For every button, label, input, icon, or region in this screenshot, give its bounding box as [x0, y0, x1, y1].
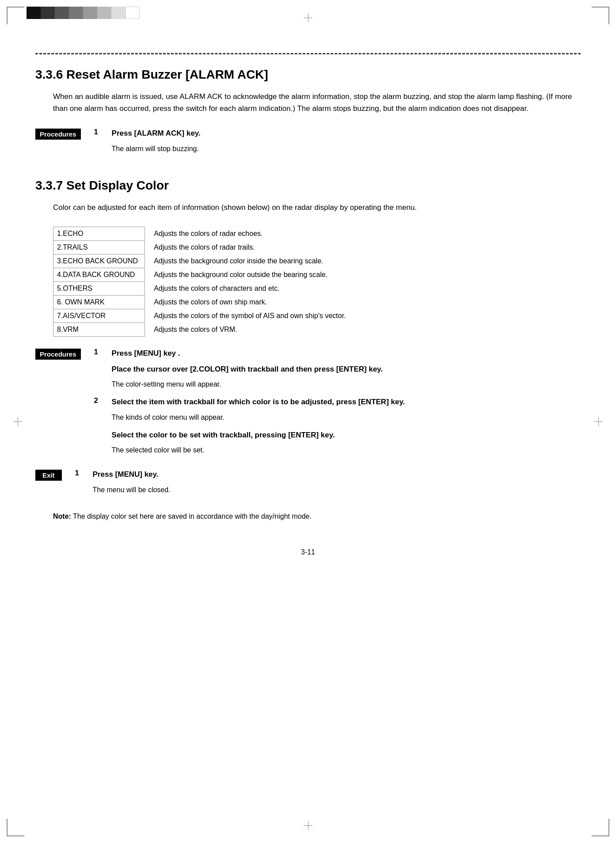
- crosshair-top: [304, 13, 312, 22]
- sub-step-337-1-desc: The color-setting menu will appear.: [112, 379, 581, 390]
- step-337-2: 2 Select the item with trackball for whi…: [94, 396, 581, 408]
- step-337-2-desc: The kinds of color menu will appear.: [112, 412, 581, 423]
- color-table-desc: Adjusts the colors of radar trails.: [145, 241, 350, 254]
- exit-block-337: Exit 1 Press [MENU] key. The menu will b…: [35, 469, 581, 502]
- corner-mark-tl: [7, 7, 24, 24]
- exit-337-step1-text: Press [MENU] key.: [93, 469, 159, 480]
- color-table-row: 4.DATA BACK GROUNDAdjusts the background…: [53, 268, 350, 282]
- procedures-badge-336: Procedures: [35, 129, 81, 140]
- sub-step-337-2: Select the color to be set with trackbal…: [112, 429, 581, 441]
- exit-content-337: 1 Press [MENU] key. The menu will be clo…: [75, 469, 581, 502]
- step-336-1-text: Press [ALARM ACK] key.: [112, 128, 201, 139]
- color-items-table: 1.ECHOAdjusts the colors of radar echoes…: [53, 227, 350, 337]
- corner-mark-br: [592, 819, 609, 836]
- sub-step-337-1: Place the cursor over [2.COLOR] with tra…: [112, 364, 581, 375]
- dashed-separator-1: [35, 53, 581, 54]
- color-table-row: 6. OWN MARKAdjusts the colors of own shi…: [53, 296, 350, 309]
- color-bar-seg-7: [111, 7, 125, 19]
- procedures-content-337: 1 Press [MENU] key . Place the cursor ov…: [94, 348, 581, 462]
- crosshair-right: [594, 417, 603, 426]
- color-bar-seg-5: [83, 7, 97, 19]
- color-table-row: 8.VRMAdjusts the colors of VRM.: [53, 323, 350, 337]
- note-label-337: Note:: [53, 513, 71, 520]
- exit-337-step1-number: 1: [75, 469, 88, 478]
- exit-badge-337: Exit: [35, 470, 62, 481]
- sub-step-337-1-text: Place the cursor over [2.COLOR] with tra…: [112, 364, 581, 375]
- page-number: 3-11: [35, 548, 581, 556]
- procedures-badge-337: Procedures: [35, 349, 81, 360]
- exit-337-step1-desc: The menu will be closed.: [93, 485, 581, 495]
- color-table-desc: Adjusts the background color outside the…: [145, 268, 350, 282]
- color-table-item: 8.VRM: [53, 323, 145, 337]
- section-337-intro: Color can be adjusted for each item of i…: [53, 201, 581, 213]
- section-336-intro: When an audible alarm is issued, use ALA…: [53, 91, 581, 114]
- color-table-desc: Adjusts the colors of characters and etc…: [145, 282, 350, 296]
- step-336-1: 1 Press [ALARM ACK] key.: [94, 128, 581, 139]
- color-table-desc: Adjusts the background color inside the …: [145, 254, 350, 268]
- color-bar-seg-8: [125, 7, 140, 19]
- section-336: 3.3.6 Reset Alarm Buzzer [ALARM ACK] Whe…: [35, 68, 581, 161]
- color-bar-seg-1: [27, 7, 41, 19]
- procedures-content-336: 1 Press [ALARM ACK] key. The alarm will …: [94, 128, 581, 161]
- color-table-row: 7.AIS/VECTORAdjusts the colors of the sy…: [53, 309, 350, 323]
- corner-mark-tr: [592, 7, 609, 24]
- step-337-1-number: 1: [94, 348, 107, 357]
- note-text-337-content: The display color set here are saved in …: [73, 513, 312, 520]
- color-table-row: 2.TRAILSAdjusts the colors of radar trai…: [53, 241, 350, 254]
- color-table-item: 6. OWN MARK: [53, 296, 145, 309]
- color-table-desc: Adjusts the colors of the symbol of AIS …: [145, 309, 350, 323]
- procedures-block-337: Procedures 1 Press [MENU] key . Place th…: [35, 348, 581, 462]
- color-table-item: 3.ECHO BACK GROUND: [53, 254, 145, 268]
- corner-mark-bl: [7, 819, 24, 836]
- section-337-heading: 3.3.7 Set Display Color: [35, 178, 581, 193]
- color-table-item: 5.OTHERS: [53, 282, 145, 296]
- color-bar: [27, 7, 140, 19]
- color-table-item: 4.DATA BACK GROUND: [53, 268, 145, 282]
- step-336-1-number: 1: [94, 128, 107, 137]
- color-table-desc: Adjusts the colors of own ship mark.: [145, 296, 350, 309]
- page: 3.3.6 Reset Alarm Buzzer [ALARM ACK] Whe…: [0, 0, 616, 843]
- section-336-heading: 3.3.6 Reset Alarm Buzzer [ALARM ACK]: [35, 68, 581, 82]
- section-337: 3.3.7 Set Display Color Color can be adj…: [35, 178, 581, 522]
- color-bar-seg-4: [69, 7, 83, 19]
- color-table-desc: Adjusts the colors of radar echoes.: [145, 227, 350, 241]
- sub-step-337-2-desc: The selected color will be set.: [112, 445, 581, 456]
- step-337-1-text: Press [MENU] key .: [112, 348, 180, 359]
- color-table-row: 3.ECHO BACK GROUNDAdjusts the background…: [53, 254, 350, 268]
- color-table-desc: Adjusts the colors of VRM.: [145, 323, 350, 337]
- note-section-337: Note: The display color set here are sav…: [53, 511, 581, 522]
- color-bar-seg-3: [55, 7, 69, 19]
- step-337-2-text: Select the item with trackball for which…: [112, 396, 405, 408]
- procedures-block-336: Procedures 1 Press [ALARM ACK] key. The …: [35, 128, 581, 161]
- color-table-row: 1.ECHOAdjusts the colors of radar echoes…: [53, 227, 350, 241]
- exit-337-step1: 1 Press [MENU] key.: [75, 469, 581, 480]
- color-table-item: 2.TRAILS: [53, 241, 145, 254]
- crosshair-left: [13, 417, 22, 426]
- crosshair-bottom: [304, 821, 312, 830]
- sub-step-337-2-text: Select the color to be set with trackbal…: [112, 429, 581, 441]
- color-table-item: 7.AIS/VECTOR: [53, 309, 145, 323]
- step-337-2-number: 2: [94, 396, 107, 405]
- color-table-item: 1.ECHO: [53, 227, 145, 241]
- step-336-1-desc: The alarm will stop buzzing.: [112, 144, 581, 154]
- color-table-row: 5.OTHERSAdjusts the colors of characters…: [53, 282, 350, 296]
- step-337-1: 1 Press [MENU] key .: [94, 348, 581, 359]
- color-bar-seg-2: [41, 7, 55, 19]
- color-bar-seg-6: [97, 7, 111, 19]
